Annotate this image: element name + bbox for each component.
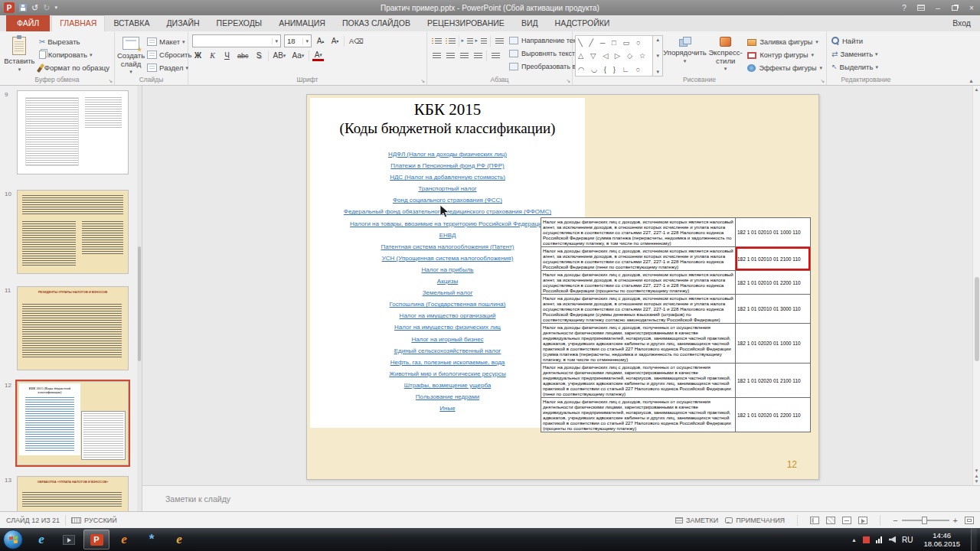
clipboard-dialog-launcher[interactable]: ↘	[108, 78, 113, 83]
zoom-slider-thumb[interactable]	[922, 517, 927, 524]
taskbar-icon-browser-orange-2[interactable]: e	[166, 530, 192, 549]
thumbnail-scrollbar[interactable]	[137, 86, 142, 511]
section-button[interactable]: Раздел▾	[145, 61, 194, 74]
ribbon-display-options-button[interactable]	[913, 2, 929, 14]
volume-icon[interactable]	[889, 536, 896, 543]
italic-button[interactable]: К	[207, 50, 218, 61]
zoom-in-button[interactable]: +	[953, 517, 958, 524]
close-button[interactable]: ×	[963, 2, 980, 14]
zoom-slider[interactable]	[902, 520, 949, 521]
scroll-down-icon[interactable]: ▼	[973, 468, 980, 473]
drawing-dialog-launcher[interactable]: ↘	[820, 78, 825, 83]
fit-slide-to-window-button[interactable]	[965, 517, 974, 524]
qat-customize-button[interactable]: ▾	[54, 2, 57, 13]
taskbar-icon-browser-orange[interactable]: e	[111, 530, 137, 549]
save-button[interactable]	[19, 2, 27, 13]
ribbon-tab[interactable]: ВИД	[513, 15, 547, 31]
restore-button[interactable]	[946, 2, 963, 14]
font-color-button[interactable]: А▾	[312, 50, 324, 61]
slide-thumbnail-10[interactable]	[17, 190, 129, 274]
font-name-select[interactable]: ▾	[192, 34, 281, 47]
font-size-select[interactable]: 18▾	[284, 34, 312, 47]
ribbon-tab[interactable]: ПЕРЕХОДЫ	[208, 15, 271, 31]
scrollbar-thumb[interactable]	[975, 277, 979, 361]
slide-thumbnail-11[interactable]: РЕЗИДЕНТЫ УПЛАТЫ НАЛОГОВ И ВЗНОСОВ	[17, 286, 129, 370]
shapes-scroll-up-icon[interactable]: ▲	[655, 37, 660, 42]
scroll-up-icon[interactable]: ▲	[973, 87, 980, 92]
slide-canvas[interactable]: КБК 2015 (Коды бюджетной классификации) …	[306, 94, 819, 480]
replace-button[interactable]: ⇄Заменить▾	[829, 47, 903, 60]
sign-in-button[interactable]: Вход	[943, 15, 980, 31]
reading-view-button[interactable]	[842, 517, 851, 524]
format-painter-button[interactable]: Формат по образцу	[37, 61, 112, 74]
grow-font-button[interactable]: А▴	[315, 35, 326, 47]
ribbon-tab[interactable]: РЕЦЕНЗИРОВАНИЕ	[419, 15, 513, 31]
help-button[interactable]: ?	[896, 2, 913, 14]
ribbon-tab[interactable]: ГЛАВНАЯ	[51, 15, 105, 31]
tray-language-indicator[interactable]: RU	[902, 536, 913, 544]
find-button[interactable]: Найти	[829, 34, 903, 47]
action-center-icon[interactable]	[863, 536, 870, 543]
ribbon-tab[interactable]: ФАЙЛ	[6, 15, 50, 31]
taskbar-icon-internet-explorer[interactable]: e	[28, 530, 54, 549]
vertical-scrollbar[interactable]: ▲ ▼ ▲ ▼	[972, 86, 980, 485]
slide-thumbnail-12-selected[interactable]: КБК 2015 (Коды бюджетной классификации)	[17, 381, 129, 465]
select-button[interactable]: ↖Выделить▾	[829, 60, 903, 73]
ribbon-tab[interactable]: НАДСТРОЙКИ	[547, 15, 619, 31]
slide-hyperlink[interactable]: НДС (Налог на добавленную стоимость)	[310, 171, 585, 183]
slide-hyperlink[interactable]: НДФЛ (Налог на доходы физических лиц)	[310, 148, 585, 160]
notes-toggle-button[interactable]: ЗАМЕТКИ	[675, 517, 718, 524]
numbering-button[interactable]	[445, 37, 456, 46]
font-dialog-launcher[interactable]: ↘	[420, 78, 425, 83]
columns-button[interactable]	[490, 52, 501, 60]
tray-expand-icon[interactable]: ▲	[851, 537, 857, 543]
slide-sorter-view-button[interactable]	[826, 517, 835, 524]
shape-effects-button[interactable]: Эффекты фигуры▾	[747, 62, 822, 74]
notes-pane[interactable]: Заметки к слайду	[142, 485, 980, 511]
paragraph-dialog-launcher[interactable]: ↘	[566, 78, 570, 83]
slide-thumbnail-9[interactable]	[17, 90, 129, 174]
zoom-out-button[interactable]: −	[893, 517, 897, 524]
text-shadow-button[interactable]: S	[253, 50, 265, 61]
align-right-button[interactable]	[459, 52, 469, 60]
taskbar-icon-powerpoint-active[interactable]: P	[83, 530, 109, 549]
shape-fill-button[interactable]: Заливка фигуры▾	[747, 36, 822, 48]
quick-styles-button[interactable]: Экспресс-стили ▾	[707, 34, 745, 77]
slideshow-view-button[interactable]	[858, 517, 867, 524]
undo-button[interactable]: ↺	[31, 2, 38, 13]
slide-hyperlink[interactable]: Транспортный налог	[310, 183, 585, 194]
taskbar-icon-app-blue[interactable]: *	[139, 530, 165, 549]
decrease-indent-button[interactable]	[462, 37, 473, 46]
paste-button[interactable]: Вставить ▾	[2, 34, 37, 74]
layout-button[interactable]: Макет▾	[145, 35, 194, 48]
slide-title-textbox[interactable]: КБК 2015 (Коды бюджетной классификации)	[310, 99, 585, 138]
language-indicator[interactable]: РУССКИЙ	[84, 517, 117, 524]
slide-hyperlink[interactable]: Платежи в Пенсионный фонд РФ (ПФР)	[310, 160, 585, 171]
shrink-font-button[interactable]: А▾	[329, 35, 341, 47]
ribbon-tab[interactable]: ДИЗАЙН	[158, 15, 207, 31]
cut-button[interactable]: ✂Вырезать	[37, 35, 112, 48]
normal-view-button[interactable]	[810, 517, 819, 524]
ribbon-tab[interactable]: ВСТАВКА	[105, 15, 158, 31]
increase-indent-button[interactable]	[476, 37, 487, 46]
redo-button[interactable]: ↻	[43, 2, 50, 13]
align-left-button[interactable]	[431, 52, 442, 60]
underline-button[interactable]: Ч	[221, 50, 233, 61]
new-slide-button[interactable]: Создать слайд ▾	[117, 34, 145, 77]
slide-editor-area[interactable]: КБК 2015 (Коды бюджетной классификации) …	[142, 86, 972, 485]
tray-clock[interactable]: 14:46 18.06.2015	[919, 531, 965, 548]
align-center-button[interactable]	[445, 52, 456, 60]
justify-button[interactable]	[472, 52, 483, 60]
start-button[interactable]	[3, 530, 23, 549]
arrange-button[interactable]: Упорядочить ▾	[663, 34, 707, 77]
minimize-button[interactable]: –	[929, 2, 946, 14]
change-case-button[interactable]: Аа▾	[290, 50, 305, 61]
shapes-more-icon[interactable]: ▼	[655, 70, 660, 74]
character-spacing-button[interactable]: АВ▾	[272, 50, 288, 61]
slide-thumbnail-13[interactable]: ОБРАБОТКА «УПЛАТА НАЛОГОВ И ВЗНОСОВ»	[17, 476, 129, 511]
reset-button[interactable]: Сбросить	[145, 48, 194, 61]
network-icon[interactable]	[876, 536, 883, 543]
copy-button[interactable]: Копировать▾	[37, 48, 112, 61]
previous-slide-icon[interactable]: ▲	[973, 474, 980, 478]
bullets-button[interactable]	[431, 37, 442, 46]
